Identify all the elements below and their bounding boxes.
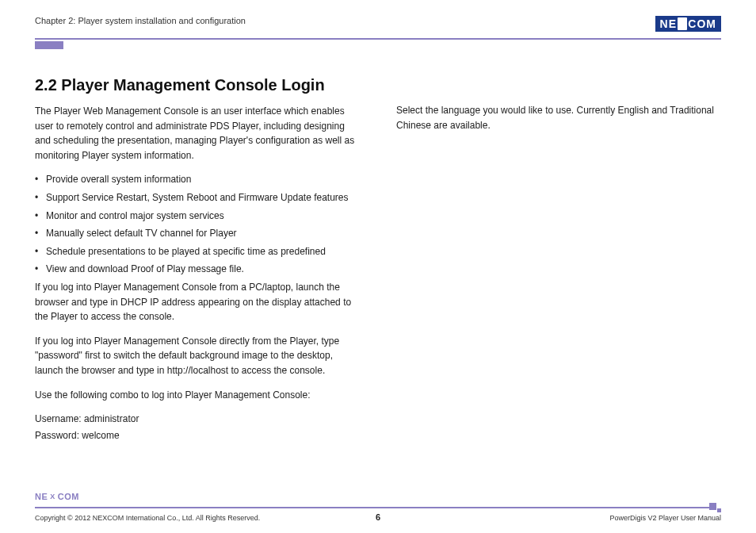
brand-logo: NE X COM [655, 16, 721, 32]
list-item: Support Service Restart, System Reboot a… [35, 190, 360, 205]
logo-text-right: COM [688, 17, 716, 30]
pc-login-paragraph: If you log into Player Management Consol… [35, 280, 360, 324]
intro-paragraph: The Player Web Management Console is an … [35, 104, 360, 163]
logo-x-icon: X [678, 17, 687, 30]
header-rule [35, 38, 721, 40]
logo-text-left: NE [660, 17, 677, 30]
column-right: Select the language you would like to us… [396, 76, 721, 452]
list-item: View and download Proof of Play message … [35, 262, 360, 277]
language-paragraph: Select the language you would like to us… [396, 103, 721, 132]
list-item: Manually select default TV channel for P… [35, 226, 360, 241]
logo-box: NE X COM [655, 16, 721, 32]
content-columns: 2.2 Player Management Console Login The … [35, 76, 721, 452]
chapter-label: Chapter 2: Player system installation an… [35, 16, 246, 25]
direct-login-paragraph: If you log into Player Management Consol… [35, 334, 360, 378]
footer-logo-left: NE [35, 492, 48, 501]
password-line: Password: welcome [35, 428, 360, 443]
column-left: 2.2 Player Management Console Login The … [35, 76, 360, 452]
footer-square-small-icon [717, 508, 721, 512]
page-number: 6 [376, 512, 380, 522]
page-header: Chapter 2: Player system installation an… [35, 16, 721, 33]
footer-rule [35, 507, 713, 508]
list-item: Provide overall system information [35, 172, 360, 187]
list-item: Schedule presentations to be played at s… [35, 244, 360, 259]
username-line: Username: administrator [35, 412, 360, 427]
footer-rule-container [35, 503, 721, 511]
footer-logo-x-icon: X [50, 493, 55, 500]
manual-name: PowerDigis V2 Player User Manual [609, 514, 721, 522]
footer-logo: NEXCOM [35, 492, 721, 501]
footer-square-large-icon [709, 503, 716, 510]
copyright-text: Copyright © 2012 NEXCOM International Co… [35, 514, 260, 522]
section-heading: 2.2 Player Management Console Login [35, 76, 360, 94]
footer-logo-right: COM [58, 492, 79, 501]
feature-list: Provide overall system information Suppo… [35, 172, 360, 277]
combo-paragraph: Use the following combo to log into Play… [35, 388, 360, 403]
accent-block [35, 41, 63, 49]
list-item: Monitor and control major system service… [35, 209, 360, 224]
